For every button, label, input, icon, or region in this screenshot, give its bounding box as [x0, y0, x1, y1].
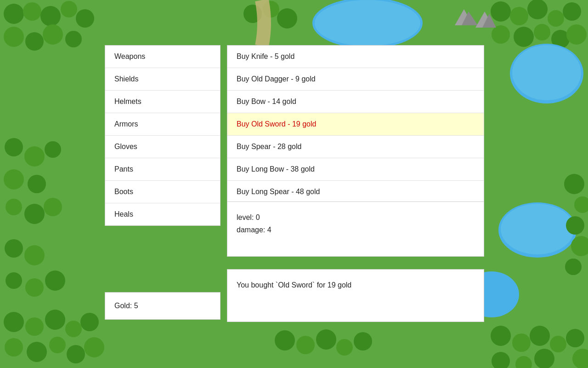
- category-item-pants[interactable]: Pants: [105, 158, 220, 181]
- category-item-weapons[interactable]: Weapons: [105, 46, 220, 68]
- shop-item-1[interactable]: Buy Old Dagger - 9 gold: [227, 68, 484, 91]
- shop-item-5[interactable]: Buy Long Bow - 38 gold: [227, 158, 484, 181]
- category-item-helmets[interactable]: Helmets: [105, 91, 220, 113]
- detail-damage: damage: 4: [237, 224, 475, 236]
- shop-item-0[interactable]: Buy Knife - 5 gold: [227, 46, 484, 68]
- log-panel: You bought `Old Sword` for 19 gold: [227, 269, 484, 322]
- shop-item-6[interactable]: Buy Long Spear - 48 gold: [227, 181, 484, 203]
- gold-display: Gold: 5: [114, 302, 211, 310]
- details-panel: level: 0 damage: 4: [227, 201, 484, 257]
- log-message: You bought `Old Sword` for 19 gold: [237, 279, 475, 291]
- shop-item-4[interactable]: Buy Spear - 28 gold: [227, 136, 484, 158]
- category-item-heals[interactable]: Heals: [105, 203, 220, 225]
- category-item-boots[interactable]: Boots: [105, 181, 220, 203]
- category-item-gloves[interactable]: Gloves: [105, 136, 220, 158]
- category-item-shields[interactable]: Shields: [105, 68, 220, 91]
- detail-level: level: 0: [237, 211, 475, 224]
- shop-item-2[interactable]: Buy Bow - 14 gold: [227, 91, 484, 113]
- category-item-armors[interactable]: Armors: [105, 113, 220, 136]
- category-panel: WeaponsShieldsHelmetsArmorsGlovesPantsBo…: [105, 45, 220, 226]
- gold-panel: Gold: 5: [105, 292, 220, 320]
- items-panel: Buy Knife - 5 goldBuy Old Dagger - 9 gol…: [227, 45, 484, 203]
- shop-item-3[interactable]: Buy Old Sword - 19 gold: [227, 113, 484, 136]
